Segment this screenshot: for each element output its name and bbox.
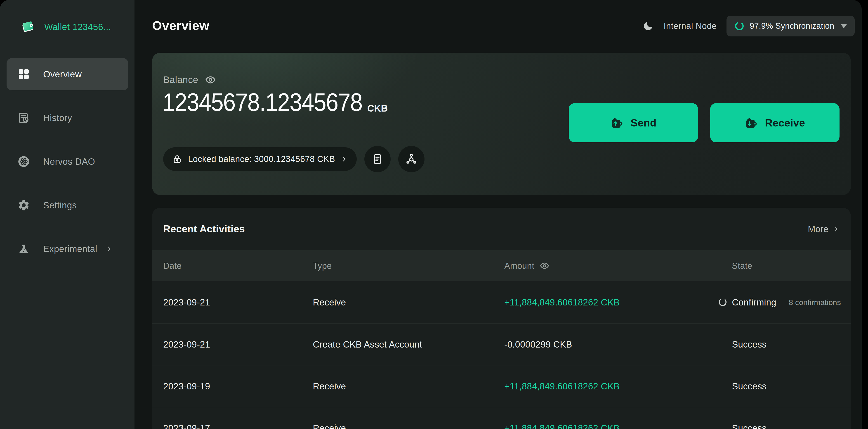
balance-label: Balance — [163, 75, 198, 85]
column-header-date: Date — [163, 261, 182, 270]
wallet-icon — [20, 20, 35, 34]
sync-label: 97.9% Synchronization — [749, 21, 834, 31]
dark-mode-toggle[interactable] — [643, 20, 654, 32]
sidebar-item-overview[interactable]: Overview — [6, 58, 128, 90]
topbar-controls: Internal Node 97.9% Synchronization — [643, 16, 855, 36]
table-row[interactable]: 2023-09-21 Receive +11,884,849.60618262 … — [152, 281, 851, 323]
activity-type: Receive — [313, 297, 346, 307]
balance-card: Balance 12345678.12345678 CKB — [152, 53, 851, 195]
activity-type: Receive — [313, 423, 346, 429]
amount-visibility-toggle[interactable] — [540, 261, 549, 270]
receive-button-label: Receive — [765, 117, 805, 129]
activity-date: 2023-09-21 — [163, 297, 210, 307]
sync-status-dropdown[interactable]: 97.9% Synchronization — [726, 16, 855, 36]
locked-balance-button[interactable]: Locked balance: 3000.12345678 CKB — [163, 147, 357, 171]
activity-state: Success — [732, 423, 767, 429]
activity-amount: -0.0000299 CKB — [504, 339, 572, 349]
sidebar-item-history[interactable]: History — [6, 102, 128, 134]
wallet-send-icon — [610, 116, 624, 130]
eye-icon — [205, 75, 216, 85]
activity-amount: +11,884,849.60618262 CKB — [504, 423, 620, 429]
sidebar-item-label: Settings — [43, 200, 77, 210]
balance-visibility-toggle[interactable] — [205, 75, 216, 85]
table-row[interactable]: 2023-09-21 Create CKB Asset Account -0.0… — [152, 323, 851, 365]
balance-value-row: 12345678.12345678 CKB — [162, 91, 388, 117]
locked-balance-label: Locked balance: 3000.12345678 CKB — [188, 154, 335, 164]
sidebar-item-label: History — [43, 113, 72, 123]
activity-type: Create CKB Asset Account — [313, 339, 422, 349]
table-row[interactable]: 2023-09-17 Receive +11,884,849.60618262 … — [152, 407, 851, 429]
send-button[interactable]: Send — [569, 103, 698, 142]
activity-date: 2023-09-21 — [163, 339, 210, 349]
grid-icon — [17, 67, 31, 81]
flask-icon — [17, 242, 31, 256]
main-area: Overview Internal Node 97.9% Synchroniza… — [134, 0, 862, 429]
activity-type: Receive — [313, 381, 346, 391]
page-title: Overview — [152, 18, 209, 33]
moon-icon — [643, 20, 654, 32]
sidebar-item-settings[interactable]: Settings — [6, 189, 128, 221]
send-button-label: Send — [631, 117, 656, 129]
sidebar-item-label: Overview — [43, 69, 82, 79]
column-header-type: Type — [313, 261, 332, 270]
atom-icon — [17, 155, 31, 168]
sidebar-item-nervos-dao[interactable]: Nervos DAO — [6, 145, 128, 178]
activity-date: 2023-09-17 — [163, 423, 210, 429]
table-header: Date Type Amount State — [152, 250, 851, 281]
receive-button[interactable]: Receive — [710, 103, 839, 142]
table-row[interactable]: 2023-09-19 Receive +11,884,849.60618262 … — [152, 365, 851, 407]
activity-date: 2023-09-19 — [163, 381, 210, 391]
sidebar-item-label: Nervos DAO — [43, 156, 95, 167]
lock-icon — [172, 154, 182, 164]
sidebar-item-label: Experimental — [43, 244, 97, 254]
balance-unit: CKB — [367, 103, 388, 114]
activity-amount: +11,884,849.60618262 CKB — [504, 381, 620, 391]
more-label: More — [808, 224, 829, 234]
sidebar: Wallet 123456... Overview — [0, 0, 134, 429]
caret-down-icon — [841, 24, 847, 28]
chevron-right-icon — [106, 246, 113, 252]
activity-state: Confirming — [718, 297, 776, 307]
column-header-state: State — [732, 261, 752, 270]
column-header-amount: Amount — [504, 261, 549, 270]
node-label: Internal Node — [664, 21, 717, 31]
molecule-icon — [405, 153, 418, 165]
activity-state: Success — [732, 339, 767, 349]
wallet-receive-icon — [745, 116, 758, 130]
app-window: Wallet 123456... Overview — [0, 0, 862, 429]
more-link[interactable]: More — [808, 224, 840, 234]
chevron-right-icon — [833, 225, 840, 233]
sidebar-nav: Overview History — [6, 58, 128, 277]
recent-activities-card: Recent Activities More Date Type Amount — [152, 208, 851, 429]
history-icon — [17, 111, 31, 125]
eye-icon — [540, 261, 549, 270]
wallet-selector[interactable]: Wallet 123456... — [20, 20, 111, 34]
cell-management-button[interactable] — [398, 146, 425, 172]
sync-spinner-icon — [734, 21, 745, 31]
chevron-right-icon — [341, 156, 348, 163]
sidebar-item-experimental[interactable]: Experimental — [6, 233, 128, 265]
document-icon — [371, 153, 384, 165]
activities-title: Recent Activities — [163, 223, 245, 235]
wallet-name: Wallet 123456... — [44, 22, 111, 32]
transaction-details-button[interactable] — [364, 146, 391, 172]
activity-amount: +11,884,849.60618262 CKB — [504, 297, 620, 307]
confirmations-note: 8 confirmations — [789, 298, 841, 307]
balance-value: 12345678.12345678 — [162, 88, 362, 117]
gear-icon — [17, 198, 31, 212]
activity-state: Success — [732, 381, 767, 391]
confirming-spinner-icon — [718, 297, 727, 307]
